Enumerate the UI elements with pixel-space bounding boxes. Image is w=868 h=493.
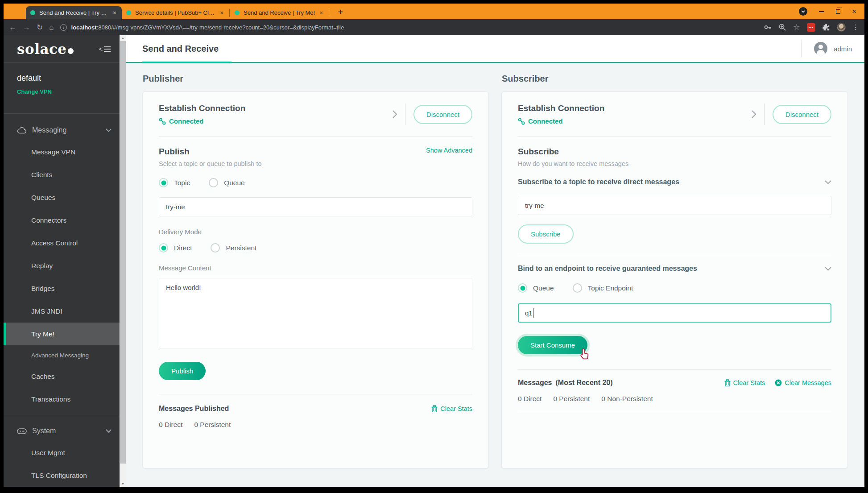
user-avatar-icon[interactable] [814, 42, 827, 55]
chevron-right-icon[interactable] [393, 110, 397, 118]
text-caret [533, 308, 534, 318]
subscriber-connection-title: Establish Connection [518, 104, 752, 113]
direct-subscribe-section[interactable]: Subscribe to a topic to receive direct m… [518, 178, 831, 186]
publisher-connection-status: Connected [169, 117, 204, 125]
browser-menu-icon[interactable]: ⋮ [852, 23, 859, 31]
subscriber-stats-counts: 0 Direct 0 Persistent 0 Non-Persistent [518, 395, 831, 403]
sidebar-item-advanced-messaging[interactable]: Advanced Messaging [4, 345, 120, 365]
subscribe-button[interactable]: Subscribe [518, 224, 574, 244]
browser-titlebar: Send and Receive | Try Me! × Service det… [4, 4, 864, 19]
tab-close-icon[interactable]: × [319, 10, 323, 16]
chevron-down-icon[interactable] [825, 180, 831, 184]
sidebar-item-clients[interactable]: Clients [4, 163, 120, 186]
tab-send-receive-1[interactable]: Send and Receive | Try Me! × [26, 6, 122, 19]
profile-avatar[interactable] [837, 23, 846, 32]
sidebar-item-jms-jndi[interactable]: JMS JNDI [4, 300, 120, 323]
home-icon[interactable]: ⌂ [49, 24, 54, 31]
count-non-persistent: 0 Non-Persistent [601, 395, 653, 403]
subscriber-clear-stats-link[interactable]: Clear Stats [724, 379, 765, 386]
subscribe-topic-input[interactable] [518, 196, 831, 215]
sidebar-item-transactions[interactable]: Transactions [4, 388, 120, 410]
chevron-down-icon[interactable] [825, 267, 831, 271]
app-scrollbar[interactable]: ▲ ▼ [120, 35, 126, 487]
radio-topic-endpoint[interactable]: Topic Endpoint [573, 283, 633, 293]
site-info-icon[interactable]: i [60, 24, 67, 31]
reload-icon[interactable]: ↻ [37, 24, 43, 31]
link-icon [518, 118, 525, 125]
radio-dot [518, 283, 527, 293]
nav-section-messaging[interactable]: Messaging [4, 120, 120, 141]
section-divider [518, 254, 831, 254]
delivery-mode-radio-group: Direct Persistent [159, 243, 472, 253]
bind-endpoint-section[interactable]: Bind to an endpoint to receive guarantee… [518, 265, 831, 273]
subscriber-disconnect-button[interactable]: Disconnect [773, 105, 831, 124]
radio-queue-endpoint[interactable]: Queue [518, 283, 554, 293]
close-button[interactable]: × [852, 8, 856, 15]
bind-queue-input[interactable]: q1 [518, 303, 831, 323]
sidebar-item-access-control[interactable]: Access Control [4, 232, 120, 254]
show-advanced-link[interactable]: Show Advanced [426, 147, 472, 154]
browser-update-icon[interactable] [799, 7, 807, 16]
url-rest: :8080/#/msg-vpns/ZGVmYXVsdA==/try-me/sen… [97, 24, 344, 31]
sidebar-item-replay[interactable]: Replay [4, 254, 120, 277]
bookmark-star-icon[interactable]: ☆ [793, 23, 800, 31]
vertical-divider [764, 104, 765, 125]
sidebar-item-caches[interactable]: Caches [4, 365, 120, 388]
key-icon[interactable] [764, 23, 772, 31]
sidebar-collapse-icon[interactable]: < [99, 45, 111, 53]
back-icon[interactable]: ← [9, 24, 17, 31]
tab-favicon [30, 10, 35, 15]
extension-red-icon[interactable]: ••• [807, 23, 815, 32]
publish-topic-input[interactable] [159, 197, 472, 216]
message-content-label: Message Content [159, 264, 472, 272]
user-name[interactable]: admin [834, 45, 852, 53]
publisher-disconnect-button[interactable]: Disconnect [413, 105, 472, 124]
tab-send-receive-2[interactable]: Send and Receive | Try Me! × [230, 6, 328, 19]
cloud-icon [17, 127, 27, 134]
sidebar-item-message-vpn[interactable]: Message VPN [4, 141, 120, 163]
scrollbar-up-arrow[interactable]: ▲ [120, 36, 126, 40]
endpoint-radio-group: Queue Topic Endpoint [518, 283, 831, 293]
vertical-divider [405, 104, 405, 125]
clear-messages-link[interactable]: Clear Messages [775, 379, 831, 386]
publish-hint: Select a topic or queue to publish to [159, 160, 472, 167]
try-me-content: Publisher Establish Connection Connected [126, 63, 864, 487]
tab-close-icon[interactable]: × [220, 10, 223, 16]
count-direct: 0 Direct [518, 395, 541, 403]
sidebar-item-queues[interactable]: Queues [4, 186, 120, 209]
new-tab-button[interactable]: + [335, 7, 346, 17]
publisher-panel: Publisher Establish Connection Connected [142, 73, 489, 487]
message-content-textarea[interactable]: Hello world! [159, 278, 472, 348]
start-consume-button[interactable]: Start Consume [518, 336, 587, 354]
nav-section-system[interactable]: System [4, 421, 120, 441]
radio-topic[interactable]: Topic [159, 178, 190, 187]
section-divider [159, 136, 472, 137]
forward-icon[interactable]: → [23, 24, 30, 31]
publish-button[interactable]: Publish [159, 362, 206, 380]
url-field[interactable]: i localhost:8080/#/msg-vpns/ZGVmYXVsdA==… [60, 24, 757, 31]
section-divider [518, 136, 831, 137]
scrollbar-down-arrow[interactable]: ▼ [120, 482, 126, 486]
scrollbar-thumb[interactable] [120, 41, 126, 464]
publisher-clear-stats-link[interactable]: Clear Stats [431, 405, 472, 412]
change-vpn-link[interactable]: Change VPN [17, 88, 106, 95]
destination-radio-group: Topic Queue [159, 178, 472, 187]
minimize-button[interactable] [819, 11, 824, 12]
restore-button[interactable] [836, 9, 840, 14]
radio-persistent[interactable]: Persistent [211, 243, 256, 253]
chevron-right-icon[interactable] [752, 110, 756, 118]
sidebar-item-connectors[interactable]: Connectors [4, 209, 120, 232]
sidebar-item-bridges[interactable]: Bridges [4, 277, 120, 300]
extensions-puzzle-icon[interactable] [822, 23, 830, 31]
sidebar-item-try-me[interactable]: Try Me! [4, 323, 120, 345]
zoom-icon[interactable] [778, 23, 786, 31]
count-direct: 0 Direct [159, 421, 182, 429]
radio-direct[interactable]: Direct [159, 243, 192, 253]
tab-service-details[interactable]: Service details | PubSub+ Cloud × [122, 6, 229, 19]
sidebar-item-tls-configuration[interactable]: TLS Configuration [4, 464, 120, 487]
radio-queue[interactable]: Queue [209, 178, 245, 187]
subscriber-panel: Subscriber Establish Connection Connecte… [501, 73, 848, 487]
window-controls: × [799, 4, 861, 19]
sidebar-item-user-mgmt[interactable]: User Mgmt [4, 441, 120, 464]
tab-close-icon[interactable]: × [113, 10, 116, 16]
